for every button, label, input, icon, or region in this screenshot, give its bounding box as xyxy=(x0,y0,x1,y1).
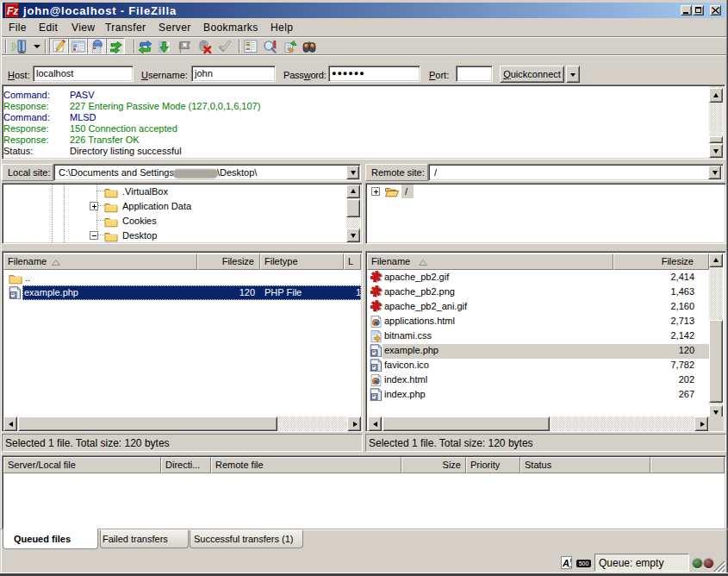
svg-text:Fz: Fz xyxy=(7,5,18,17)
